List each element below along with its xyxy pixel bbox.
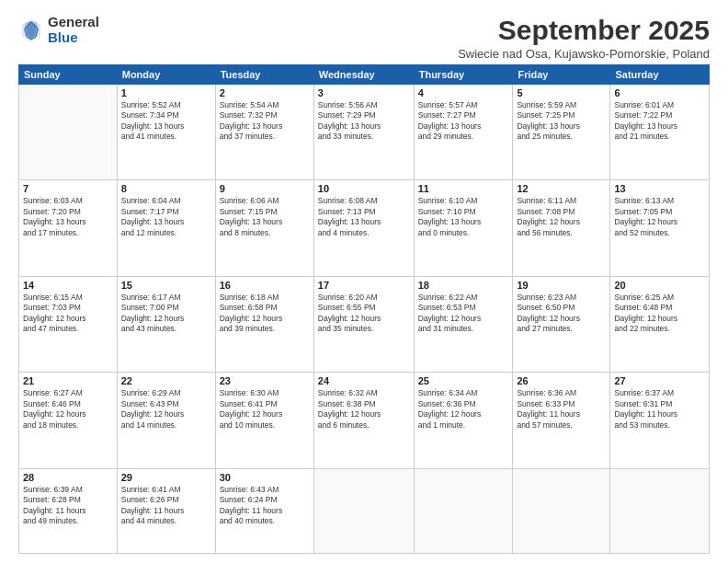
day-info: Sunrise: 6:23 AM Sunset: 6:50 PM Dayligh… [517, 293, 606, 335]
day-number: 22 [121, 375, 211, 386]
day-number: 16 [220, 280, 310, 291]
day-number: 21 [23, 375, 113, 386]
day-info: Sunrise: 6:04 AM Sunset: 7:17 PM Dayligh… [121, 196, 211, 238]
day-info: Sunrise: 6:13 AM Sunset: 7:05 PM Dayligh… [614, 196, 705, 238]
day-info: Sunrise: 5:54 AM Sunset: 7:32 PM Dayligh… [220, 100, 310, 143]
table-cell: 23Sunrise: 6:30 AM Sunset: 6:41 PM Dayli… [215, 373, 313, 468]
table-cell: 5Sunrise: 5:59 AM Sunset: 7:25 PM Daylig… [513, 85, 610, 180]
day-number: 11 [418, 183, 509, 194]
day-number: 5 [517, 87, 606, 98]
day-info: Sunrise: 5:52 AM Sunset: 7:34 PM Dayligh… [121, 100, 211, 143]
logo: General Blue [18, 15, 99, 45]
table-cell: 22Sunrise: 6:29 AM Sunset: 6:43 PM Dayli… [117, 373, 215, 468]
table-cell [610, 468, 710, 553]
table-cell: 1Sunrise: 5:52 AM Sunset: 7:34 PM Daylig… [117, 85, 215, 180]
day-info: Sunrise: 6:22 AM Sunset: 6:53 PM Dayligh… [418, 293, 509, 335]
day-number: 6 [614, 87, 705, 98]
day-info: Sunrise: 6:15 AM Sunset: 7:03 PM Dayligh… [23, 293, 113, 335]
day-number: 12 [517, 183, 606, 194]
table-cell [19, 85, 118, 180]
table-cell: 10Sunrise: 6:08 AM Sunset: 7:13 PM Dayli… [313, 180, 414, 276]
day-number: 18 [418, 280, 509, 291]
page: General Blue September 2025 Swiecie nad … [0, 0, 728, 563]
day-info: Sunrise: 6:36 AM Sunset: 6:33 PM Dayligh… [517, 388, 606, 431]
table-cell: 19Sunrise: 6:23 AM Sunset: 6:50 PM Dayli… [513, 276, 610, 372]
day-info: Sunrise: 6:06 AM Sunset: 7:15 PM Dayligh… [220, 196, 310, 238]
day-info: Sunrise: 5:56 AM Sunset: 7:29 PM Dayligh… [318, 100, 410, 143]
day-number: 14 [23, 280, 113, 291]
day-info: Sunrise: 6:25 AM Sunset: 6:48 PM Dayligh… [614, 293, 705, 335]
table-cell: 7Sunrise: 6:03 AM Sunset: 7:20 PM Daylig… [19, 180, 118, 276]
day-number: 15 [121, 280, 211, 291]
col-monday: Monday [117, 65, 215, 85]
day-number: 30 [220, 472, 310, 483]
table-cell: 8Sunrise: 6:04 AM Sunset: 7:17 PM Daylig… [117, 180, 215, 276]
day-number: 27 [614, 375, 705, 386]
table-cell: 21Sunrise: 6:27 AM Sunset: 6:46 PM Dayli… [19, 373, 118, 468]
day-info: Sunrise: 6:41 AM Sunset: 6:26 PM Dayligh… [121, 485, 211, 527]
col-wednesday: Wednesday [313, 65, 414, 85]
day-info: Sunrise: 6:34 AM Sunset: 6:36 PM Dayligh… [418, 388, 509, 431]
day-info: Sunrise: 6:03 AM Sunset: 7:20 PM Dayligh… [23, 196, 113, 238]
table-cell: 30Sunrise: 6:43 AM Sunset: 6:24 PM Dayli… [215, 468, 313, 553]
table-cell: 16Sunrise: 6:18 AM Sunset: 6:58 PM Dayli… [215, 276, 313, 372]
day-info: Sunrise: 6:08 AM Sunset: 7:13 PM Dayligh… [318, 196, 410, 238]
day-number: 23 [220, 375, 310, 386]
day-number: 20 [614, 280, 705, 291]
day-number: 13 [614, 183, 705, 194]
table-cell [414, 468, 513, 553]
table-cell: 13Sunrise: 6:13 AM Sunset: 7:05 PM Dayli… [610, 180, 710, 276]
day-info: Sunrise: 6:43 AM Sunset: 6:24 PM Dayligh… [220, 485, 310, 527]
day-number: 24 [318, 375, 410, 386]
logo-text: General Blue [48, 15, 99, 45]
table-cell: 25Sunrise: 6:34 AM Sunset: 6:36 PM Dayli… [414, 373, 513, 468]
day-number: 10 [318, 183, 410, 194]
table-cell: 2Sunrise: 5:54 AM Sunset: 7:32 PM Daylig… [215, 85, 313, 180]
table-cell: 9Sunrise: 6:06 AM Sunset: 7:15 PM Daylig… [215, 180, 313, 276]
calendar-table: Sunday Monday Tuesday Wednesday Thursday… [18, 64, 710, 554]
day-info: Sunrise: 6:27 AM Sunset: 6:46 PM Dayligh… [23, 388, 113, 431]
day-number: 8 [121, 183, 211, 194]
day-number: 4 [418, 87, 509, 98]
day-number: 17 [318, 280, 410, 291]
table-cell: 17Sunrise: 6:20 AM Sunset: 6:55 PM Dayli… [313, 276, 414, 372]
day-info: Sunrise: 6:39 AM Sunset: 6:28 PM Dayligh… [23, 485, 113, 527]
table-cell: 3Sunrise: 5:56 AM Sunset: 7:29 PM Daylig… [313, 85, 414, 180]
day-info: Sunrise: 6:01 AM Sunset: 7:22 PM Dayligh… [614, 100, 705, 143]
day-number: 19 [517, 280, 606, 291]
day-number: 9 [220, 183, 310, 194]
day-number: 28 [23, 472, 113, 483]
table-cell: 15Sunrise: 6:17 AM Sunset: 7:00 PM Dayli… [117, 276, 215, 372]
logo-blue-text: Blue [48, 30, 99, 46]
table-cell: 24Sunrise: 6:32 AM Sunset: 6:38 PM Dayli… [313, 373, 414, 468]
day-info: Sunrise: 6:30 AM Sunset: 6:41 PM Dayligh… [220, 388, 310, 431]
day-info: Sunrise: 5:59 AM Sunset: 7:25 PM Dayligh… [517, 100, 606, 143]
day-number: 25 [418, 375, 509, 386]
calendar-header-row: Sunday Monday Tuesday Wednesday Thursday… [19, 65, 710, 85]
col-friday: Friday [513, 65, 610, 85]
table-cell: 14Sunrise: 6:15 AM Sunset: 7:03 PM Dayli… [19, 276, 118, 372]
day-number: 7 [23, 183, 113, 194]
logo-general-text: General [48, 15, 99, 30]
table-cell: 27Sunrise: 6:37 AM Sunset: 6:31 PM Dayli… [610, 373, 710, 468]
table-cell [313, 468, 414, 553]
table-cell: 26Sunrise: 6:36 AM Sunset: 6:33 PM Dayli… [513, 373, 610, 468]
table-cell: 29Sunrise: 6:41 AM Sunset: 6:26 PM Dayli… [117, 468, 215, 553]
day-info: Sunrise: 6:17 AM Sunset: 7:00 PM Dayligh… [121, 293, 211, 335]
table-cell: 4Sunrise: 5:57 AM Sunset: 7:27 PM Daylig… [414, 85, 513, 180]
day-number: 26 [517, 375, 606, 386]
day-info: Sunrise: 6:37 AM Sunset: 6:31 PM Dayligh… [614, 388, 705, 431]
table-cell: 18Sunrise: 6:22 AM Sunset: 6:53 PM Dayli… [414, 276, 513, 372]
day-number: 29 [121, 472, 211, 483]
table-cell [513, 468, 610, 553]
day-info: Sunrise: 6:11 AM Sunset: 7:08 PM Dayligh… [517, 196, 606, 238]
col-saturday: Saturday [610, 65, 710, 85]
table-cell: 28Sunrise: 6:39 AM Sunset: 6:28 PM Dayli… [19, 468, 118, 553]
table-cell: 6Sunrise: 6:01 AM Sunset: 7:22 PM Daylig… [610, 85, 710, 180]
day-info: Sunrise: 6:32 AM Sunset: 6:38 PM Dayligh… [318, 388, 410, 431]
day-info: Sunrise: 6:20 AM Sunset: 6:55 PM Dayligh… [318, 293, 410, 335]
month-title: September 2025 [458, 15, 710, 45]
location: Swiecie nad Osa, Kujawsko-Pomorskie, Pol… [458, 47, 710, 61]
day-number: 2 [220, 87, 310, 98]
table-cell: 12Sunrise: 6:11 AM Sunset: 7:08 PM Dayli… [513, 180, 610, 276]
